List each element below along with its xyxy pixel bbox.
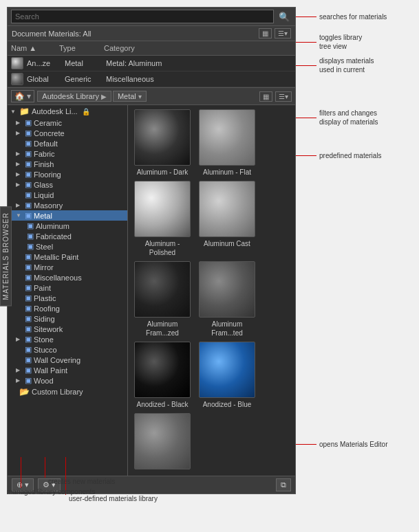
tree-item-liquid[interactable]: ▣ Liquid (8, 190, 127, 200)
tree-sub-label: Fabricated (36, 232, 72, 241)
search-input[interactable] (11, 10, 274, 23)
grid-view-button-2[interactable]: ▦ (259, 91, 272, 102)
tree-item-roofing[interactable]: ▣ Roofing (8, 303, 127, 313)
material-card-2[interactable]: Aluminum - Polished (132, 181, 193, 257)
doc-materials-table: An...ze Metal Metal: Aluminum Global Gen… (8, 56, 295, 88)
expand-arrow-icon: ▶ (16, 367, 23, 373)
tree-item-label: Flooring (34, 170, 61, 179)
anno-line (296, 444, 316, 445)
row-type: Generic (65, 75, 106, 83)
tree-item-paint[interactable]: ▣ Paint (8, 282, 127, 293)
tree-item-label: Stone (34, 335, 54, 344)
tree-item-metal[interactable]: ▼ ▣ Metal (8, 210, 127, 221)
material-label: Aluminum Fram...ted (197, 320, 257, 337)
tree-item-label: Glass (34, 181, 53, 189)
tree-item-label: Finish (34, 160, 54, 168)
tree-item-label: Mirror (34, 263, 54, 271)
autodesk-library-nav[interactable]: Autodesk Library ▶ (37, 91, 111, 102)
anno-displays: displays materialsused in current (296, 56, 374, 74)
material-icon: ▣ (25, 324, 32, 333)
tree-sub-item-aluminum[interactable]: ▣ Aluminum (8, 221, 127, 231)
tree-item-concrete[interactable]: ▶ ▣ Concrete (8, 128, 127, 138)
tree-sub-item-steel[interactable]: ▣ Steel (8, 241, 127, 252)
material-icon: ▣ (25, 366, 32, 375)
metal-nav[interactable]: Metal ▾ (113, 91, 147, 102)
tree-panel: ▼ 📁 Autodesk Li... 🔒 ▶ ▣ Ceramic ▶ ▣ Con… (8, 105, 128, 476)
col-header-name[interactable]: Nam ▲ (8, 43, 56, 54)
tree-item-masonry[interactable]: ▶ ▣ Masonry (8, 200, 127, 210)
expand-arrow-icon: ▶ (16, 336, 23, 342)
material-card-3[interactable]: Aluminum Cast (197, 181, 257, 257)
tree-item-label: Liquid (34, 191, 54, 199)
search-button[interactable]: 🔍 (277, 11, 292, 23)
row-category: Metal: Aluminum (106, 59, 292, 67)
row-name: Global (27, 75, 65, 83)
tree-item-flooring[interactable]: ▶ ▣ Flooring (8, 169, 127, 179)
content-area: ▼ 📁 Autodesk Li... 🔒 ▶ ▣ Ceramic ▶ ▣ Con… (8, 105, 295, 476)
material-icon: ▣ (25, 159, 32, 168)
material-icon: ▣ (25, 263, 32, 271)
tree-root-item[interactable]: ▼ 📁 Autodesk Li... 🔒 (8, 105, 127, 118)
table-row[interactable]: Global Generic Miscellaneous (8, 71, 295, 87)
tree-item-sitework[interactable]: ▣ Sitework (8, 324, 127, 334)
material-icon: ▣ (25, 252, 32, 261)
table-row[interactable]: An...ze Metal Metal: Aluminum (8, 56, 295, 71)
anno-text-filters: filters and changesdisplay of materials (319, 109, 378, 126)
expand-arrow-icon: ▼ (10, 109, 17, 115)
material-card-6[interactable]: Anodized - Black (132, 342, 193, 409)
grid-view-button[interactable]: ▦ (259, 28, 272, 38)
tree-item-label: Siding (34, 315, 55, 323)
tree-item-ceramic[interactable]: ▶ ▣ Ceramic (8, 118, 127, 128)
library-nav-bar: 🏠 ▾ Autodesk Library ▶ Metal ▾ ▦ ☰▾ (8, 88, 295, 105)
tree-item-wood[interactable]: ▶ ▣ Wood (8, 375, 127, 386)
breadcrumb: Autodesk Library ▶ Metal ▾ (37, 91, 146, 102)
material-card-7[interactable]: Anodized - Blue (197, 342, 257, 409)
tree-item-glass[interactable]: ▶ ▣ Glass (8, 179, 127, 190)
tree-item-label: Paint (34, 284, 51, 292)
tree-item-wall-paint[interactable]: ▶ ▣ Wall Paint (8, 365, 127, 375)
material-card-4[interactable]: Aluminum Fram...zed (132, 261, 193, 337)
material-label: Aluminum Fram...zed (132, 320, 193, 337)
tree-item-plastic[interactable]: ▣ Plastic (8, 293, 127, 303)
material-card-0[interactable]: Aluminum - Dark (132, 109, 193, 177)
breadcrumb-arrow: ▾ (138, 93, 142, 100)
anno-line-creates (45, 457, 45, 478)
anno-line-manages (21, 457, 21, 488)
tree-item-stucco[interactable]: ▣ Stucco (8, 344, 127, 355)
tree-item-miscellaneous[interactable]: ▣ Miscellaneous (8, 272, 127, 282)
material-card-5[interactable]: Aluminum Fram...ted (197, 261, 257, 337)
home-button[interactable]: 🏠 ▾ (11, 90, 34, 102)
metal-label: Metal (118, 92, 136, 100)
tree-item-siding[interactable]: ▣ Siding (8, 313, 127, 324)
tree-item-default[interactable]: ▣ Default (8, 138, 127, 148)
tree-sub-item-fabricated[interactable]: ▣ Fabricated (8, 231, 127, 241)
tree-item-stone[interactable]: ▶ ▣ Stone (8, 334, 127, 344)
material-label: Anodized - Blue (203, 400, 252, 409)
tree-item-wall-covering[interactable]: ▣ Wall Covering (8, 355, 127, 365)
lock-icon: 🔒 (82, 108, 90, 115)
material-icon: ▣ (25, 129, 32, 137)
expand-arrow-icon: ▼ (16, 212, 23, 219)
anno-line (296, 155, 316, 156)
list-view-button-2[interactable]: ☰▾ (275, 91, 292, 102)
anno-creates-label: creates new materials (48, 478, 115, 485)
tree-item-label: Masonry (34, 201, 63, 210)
list-view-button[interactable]: ☰▾ (275, 28, 291, 38)
material-sphere (134, 342, 191, 398)
material-label: Aluminum - Flat (203, 168, 251, 177)
tree-item-metallic-paint[interactable]: ▣ Metallic Paint (8, 252, 127, 262)
tree-item-mirror[interactable]: ▣ Mirror (8, 262, 127, 272)
material-sphere (134, 109, 191, 166)
tree-item-finish[interactable]: ▶ ▣ Finish (8, 159, 127, 169)
material-icon: ▣ (27, 232, 34, 241)
material-icon: ▣ (25, 273, 32, 282)
material-sphere (199, 109, 255, 166)
custom-folder-icon: 📂 (19, 387, 30, 397)
breadcrumb-arrow: ▶ (101, 93, 107, 100)
tree-item-fabric[interactable]: ▶ ▣ Fabric (8, 148, 127, 159)
material-label: Anodized - Black (136, 400, 188, 409)
tree-item-label: Plastic (34, 294, 56, 302)
tree-sub-label: Aluminum (36, 222, 69, 230)
tree-item-custom-library[interactable]: 📂 Custom Library (8, 386, 127, 398)
material-card-1[interactable]: Aluminum - Flat (197, 109, 257, 177)
